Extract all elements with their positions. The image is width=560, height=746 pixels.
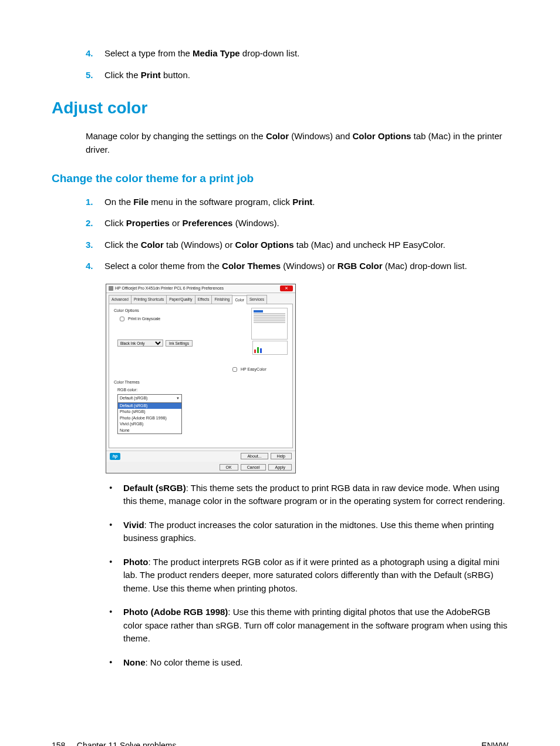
tab-paper-quality[interactable]: Paper/Quality: [166, 295, 195, 304]
combo-option[interactable]: None: [118, 428, 181, 434]
help-button[interactable]: Help: [271, 453, 292, 459]
list-item: 4.Select a type from the Media Type drop…: [86, 47, 508, 61]
tab-finishing[interactable]: Finishing: [211, 295, 232, 304]
dialog-title-text: HP Officejet Pro X451dn Printer PCL 6 Pr…: [115, 285, 224, 292]
rgb-color-label: RGB color:: [117, 387, 223, 394]
dialog-tabs: AdvancedPrinting ShortcutsPaper/QualityE…: [106, 293, 295, 304]
list-item: Photo: The product interprets RGB color …: [109, 556, 508, 596]
grayscale-label: Print in Grayscale: [128, 316, 160, 322]
ok-button[interactable]: OK: [220, 464, 238, 471]
printer-icon: [109, 286, 113, 291]
combo-option[interactable]: Default (sRGB): [118, 403, 181, 409]
combo-option[interactable]: Photo (sRGB): [118, 409, 181, 415]
ink-select[interactable]: Black Ink Only: [117, 340, 163, 347]
top-steps-list: 4.Select a type from the Media Type drop…: [86, 47, 508, 82]
footer-right: ENWW: [481, 740, 508, 746]
list-item: 5.Click the Print button.: [86, 69, 508, 82]
list-item: Vivid: The product increases the color s…: [109, 519, 508, 545]
list-item: Default (sRGB): This theme sets the prod…: [109, 482, 508, 508]
easycolor-checkbox[interactable]: [232, 367, 237, 372]
list-item: 2.Click Properties or Preferences (Windo…: [86, 217, 508, 230]
hp-logo-icon: hp: [110, 453, 120, 460]
chevron-down-icon: ▼: [176, 396, 180, 401]
list-item: 3.Click the Color tab (Windows) or Color…: [86, 238, 508, 252]
page-preview-icon: [251, 308, 288, 340]
chart-preview-icon: [252, 341, 288, 355]
cancel-button[interactable]: Cancel: [241, 464, 266, 471]
dialog-titlebar: HP Officejet Pro X451dn Printer PCL 6 Pr…: [106, 284, 295, 294]
theme-descriptions-list: Default (sRGB): This theme sets the prod…: [109, 482, 508, 670]
tab-advanced[interactable]: Advanced: [109, 295, 131, 304]
close-button[interactable]: ✕: [280, 285, 293, 291]
tab-services[interactable]: Services: [247, 295, 267, 304]
color-themes-label: Color Themes: [114, 379, 223, 386]
combo-selected-value: Default (sRGB): [120, 395, 147, 402]
page-footer: 158 Chapter 11 Solve problems ENWW: [52, 740, 508, 746]
tab-printing-shortcuts[interactable]: Printing Shortcuts: [131, 295, 167, 304]
combo-option[interactable]: Photo (Adobe RGB 1998): [118, 415, 181, 422]
change-theme-steps: 1.On the File menu in the software progr…: [86, 196, 508, 273]
color-options-label: Color Options: [114, 308, 223, 314]
easycolor-label: HP EasyColor: [241, 367, 266, 373]
printing-preferences-dialog: HP Officejet Pro X451dn Printer PCL 6 Pr…: [106, 284, 296, 473]
list-item: 4.Select a color theme from the Color Th…: [86, 260, 508, 273]
tab-color[interactable]: Color: [232, 295, 247, 304]
intro-paragraph: Manage color by changing the settings on…: [86, 130, 508, 156]
tab-effects[interactable]: Effects: [195, 295, 212, 304]
list-item: 1.On the File menu in the software progr…: [86, 196, 508, 209]
chapter-label: Chapter 11 Solve problems: [77, 741, 177, 746]
rgb-color-combobox[interactable]: Default (sRGB) ▼ Default (sRGB)Photo (sR…: [117, 394, 182, 434]
list-item: Photo (Adobe RGB 1998): Use this theme w…: [109, 606, 508, 646]
ink-settings-button[interactable]: Ink Settings: [166, 340, 193, 347]
page-number: 158: [52, 741, 65, 746]
apply-button[interactable]: Apply: [268, 464, 292, 471]
list-item: None: No color theme is used.: [109, 656, 508, 670]
heading-change-theme: Change the color theme for a print job: [52, 170, 508, 187]
heading-adjust-color: Adjust color: [52, 96, 508, 120]
combo-option[interactable]: Vivid (sRGB): [118, 421, 181, 428]
about-button[interactable]: About...: [241, 453, 268, 459]
grayscale-checkbox[interactable]: [120, 317, 124, 321]
